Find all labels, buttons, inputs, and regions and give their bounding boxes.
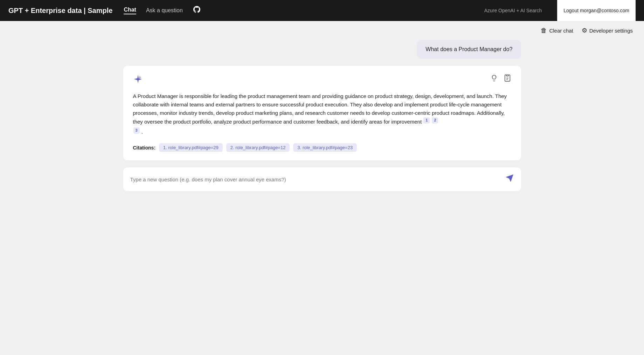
toolbar: 🗑 Clear chat ⚙ Developer settings [0, 21, 644, 40]
trash-icon: 🗑 [541, 27, 547, 34]
main-content: What does a Product Manager do? [112, 40, 532, 200]
clear-chat-label: Clear chat [549, 28, 573, 34]
azure-label: Azure OpenAI + AI Search [484, 8, 542, 13]
sparkle-icon [133, 74, 143, 86]
developer-settings-button[interactable]: ⚙ Developer settings [582, 27, 633, 34]
ai-response-text: A Product Manager is responsible for lea… [133, 92, 511, 136]
citations-label: Citations: [133, 145, 156, 151]
ai-card-header [133, 74, 511, 86]
user-message-text: What does a Product Manager do? [425, 46, 512, 52]
question-input[interactable] [130, 176, 501, 182]
user-message-bubble: What does a Product Manager do? [417, 40, 521, 59]
send-button[interactable] [505, 174, 514, 185]
clipboard-button[interactable] [504, 74, 511, 84]
citation-ref-2[interactable]: 2 [432, 117, 438, 124]
lightbulb-button[interactable] [490, 74, 498, 84]
period: . [141, 129, 143, 135]
brand-title: GPT + Enterprise data | Sample [8, 7, 112, 15]
nav-ask-question[interactable]: Ask a question [146, 7, 183, 14]
svg-rect-0 [506, 75, 508, 76]
citation-chip-1[interactable]: 1. role_library.pdf#page=29 [159, 143, 223, 152]
input-container [123, 167, 521, 191]
developer-settings-label: Developer settings [589, 28, 633, 34]
clear-chat-button[interactable]: 🗑 Clear chat [541, 27, 573, 34]
nav-links: Chat Ask a question [124, 5, 473, 16]
ai-card-actions [490, 74, 511, 84]
citation-chip-3[interactable]: 3. role_library.pdf#page=23 [293, 143, 357, 152]
citation-ref-1[interactable]: 1 [423, 117, 430, 124]
navbar: GPT + Enterprise data | Sample Chat Ask … [0, 0, 644, 21]
citation-ref-3[interactable]: 3 [133, 127, 140, 134]
nav-chat[interactable]: Chat [124, 7, 136, 14]
citation-chip-2[interactable]: 2. role_library.pdf#page=12 [226, 143, 290, 152]
gear-icon: ⚙ [582, 27, 587, 34]
citations-row: Citations: 1. role_library.pdf#page=29 2… [133, 143, 511, 152]
logout-button[interactable]: Logout morgan@contoso.com [557, 0, 636, 21]
user-message-container: What does a Product Manager do? [123, 40, 521, 59]
ai-response-card: A Product Manager is responsible for lea… [123, 66, 521, 160]
github-icon[interactable] [193, 5, 201, 16]
ai-response-body: A Product Manager is responsible for lea… [133, 93, 507, 125]
